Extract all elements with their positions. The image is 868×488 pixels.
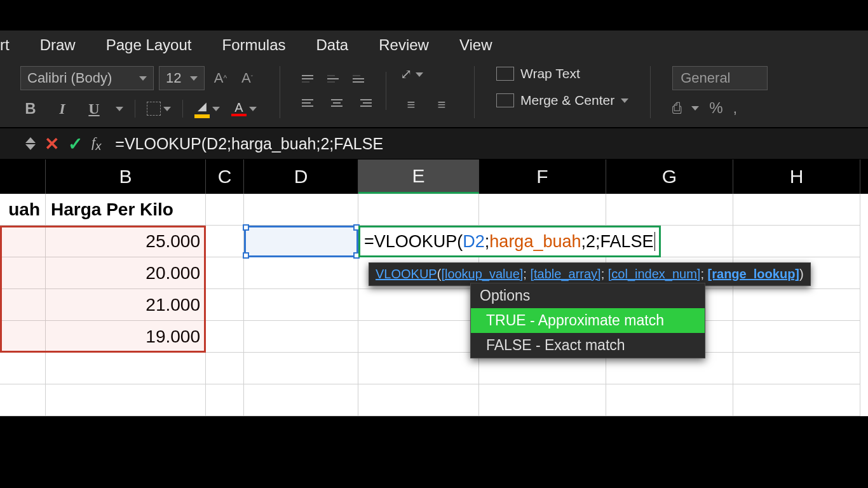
ribbon-tab-partial[interactable]: rt <box>0 36 25 54</box>
cell-d4[interactable] <box>244 289 358 321</box>
cell-h4[interactable] <box>733 289 860 321</box>
column-header-h[interactable]: H <box>733 159 860 194</box>
cell-c5[interactable] <box>206 321 244 353</box>
cell-b7[interactable] <box>46 384 206 416</box>
wrap-text-button[interactable]: Wrap Text <box>496 66 628 81</box>
align-left-button[interactable] <box>302 93 321 112</box>
selection-handle[interactable] <box>243 224 249 231</box>
selection-handle[interactable] <box>243 252 249 259</box>
column-header-b[interactable]: B <box>46 159 206 194</box>
fill-color-button[interactable]: ◢ <box>194 99 220 118</box>
cell-d1[interactable] <box>244 194 358 226</box>
formula-token: =VLOOKUP( <box>364 232 463 252</box>
tooltip-arg-link[interactable]: [lookup_value] <box>441 267 523 281</box>
tooltip-arg-link-active[interactable]: [range_lookup] <box>708 267 799 281</box>
column-header-e[interactable]: E <box>358 159 479 194</box>
orientation-button[interactable]: ⤢ <box>400 66 452 83</box>
column-header-f[interactable]: F <box>479 159 606 194</box>
cell-g7[interactable] <box>606 384 733 416</box>
align-bottom-button[interactable] <box>353 69 372 88</box>
ribbon-tab-page-layout[interactable]: Page Layout <box>91 36 207 54</box>
ribbon-tab-view[interactable]: View <box>444 36 508 54</box>
ribbon-tab-review[interactable]: Review <box>363 36 444 54</box>
align-center-button[interactable] <box>327 93 346 112</box>
font-family-select[interactable]: Calibri (Body) <box>20 66 154 90</box>
comma-button[interactable]: , <box>733 99 738 117</box>
cell-c3[interactable] <box>206 257 244 289</box>
cell-h5[interactable] <box>733 321 860 353</box>
cell-a2[interactable] <box>0 226 46 257</box>
font-size-select[interactable]: 12 <box>159 66 205 90</box>
cell-a1[interactable]: uah <box>0 194 46 226</box>
cell-h7[interactable] <box>733 384 860 416</box>
cell-e4[interactable] <box>358 289 479 321</box>
cell-h2[interactable] <box>733 226 860 257</box>
number-format-value: General <box>681 70 730 86</box>
cell-g1[interactable] <box>606 194 733 226</box>
cell-b1[interactable]: Harga Per Kilo <box>46 194 206 226</box>
number-format-select[interactable]: General <box>672 66 768 90</box>
font-color-button[interactable]: A <box>231 101 257 116</box>
ribbon-tab-formulas[interactable]: Formulas <box>207 36 301 54</box>
formula-input[interactable]: =VLOOKUP(D2;harga_buah;2;FALSE <box>115 135 383 153</box>
cell-c2[interactable] <box>206 226 244 257</box>
increase-font-button[interactable]: A^ <box>210 67 231 89</box>
cell-c4[interactable] <box>206 289 244 321</box>
cell-a5[interactable] <box>0 321 46 353</box>
cell-f1[interactable] <box>479 194 606 226</box>
merge-center-button[interactable]: Merge & Center <box>496 93 628 108</box>
ribbon-tab-data[interactable]: Data <box>301 36 364 54</box>
cell-a4[interactable] <box>0 289 46 321</box>
cell-f7[interactable] <box>479 384 606 416</box>
increase-indent-button[interactable]: ≡ <box>431 94 452 116</box>
tooltip-fn-link[interactable]: VLOOKUP <box>376 267 437 281</box>
cell-h6[interactable] <box>733 353 860 384</box>
currency-button[interactable]: ⎙ <box>672 99 681 117</box>
tooltip-arg-link[interactable]: [col_index_num] <box>608 267 701 281</box>
cell-c7[interactable] <box>206 384 244 416</box>
cell-e6[interactable] <box>358 353 479 384</box>
spreadsheet-grid[interactable]: uah Harga Per Kilo 25.000 20.000 21.000 <box>0 194 868 416</box>
option-true[interactable]: TRUE - Approximate match <box>471 308 705 333</box>
underline-button[interactable]: U <box>84 100 104 118</box>
cell-e7[interactable] <box>358 384 479 416</box>
cancel-formula-button[interactable]: ✕ <box>44 133 59 154</box>
fx-icon[interactable]: fx <box>92 134 101 153</box>
cell-d3[interactable] <box>244 257 358 289</box>
option-false[interactable]: FALSE - Exact match <box>471 333 705 358</box>
column-header-a-partial[interactable] <box>0 159 46 194</box>
align-middle-button[interactable] <box>327 69 346 88</box>
cell-a3[interactable] <box>0 257 46 289</box>
align-top-button[interactable] <box>302 69 321 88</box>
bold-button[interactable]: B <box>20 100 41 118</box>
tooltip-arg-link[interactable]: [table_array] <box>530 267 600 281</box>
italic-button[interactable]: I <box>52 100 72 118</box>
ribbon-tab-draw[interactable]: Draw <box>25 36 91 54</box>
active-cell-editor[interactable]: =VLOOKUP(D2;harga_buah;2;FALSE <box>358 226 661 257</box>
decrease-indent-button[interactable]: ≡ <box>400 94 422 116</box>
cell-e1[interactable] <box>358 194 479 226</box>
cell-b2[interactable]: 25.000 <box>46 226 206 257</box>
cell-h1[interactable] <box>733 194 860 226</box>
column-header-d[interactable]: D <box>244 159 358 194</box>
cell-b6[interactable] <box>46 353 206 384</box>
cell-d6[interactable] <box>244 353 358 384</box>
column-header-c[interactable]: C <box>206 159 244 194</box>
cell-b5[interactable]: 19.000 <box>46 321 206 353</box>
name-box-spinner[interactable] <box>25 137 36 150</box>
cell-e5[interactable] <box>358 321 479 353</box>
cell-a6[interactable] <box>0 353 46 384</box>
cell-a7[interactable] <box>0 384 46 416</box>
decrease-font-button[interactable]: Aˇ <box>236 67 258 89</box>
confirm-formula-button[interactable]: ✓ <box>68 133 83 154</box>
percent-button[interactable]: % <box>709 99 722 117</box>
align-right-button[interactable] <box>353 93 372 112</box>
cell-b4[interactable]: 21.000 <box>46 289 206 321</box>
cell-d5[interactable] <box>244 321 358 353</box>
cell-c6[interactable] <box>206 353 244 384</box>
cell-d7[interactable] <box>244 384 358 416</box>
cell-c1[interactable] <box>206 194 244 226</box>
column-header-g[interactable]: G <box>606 159 733 194</box>
cell-b3[interactable]: 20.000 <box>46 257 206 289</box>
borders-button[interactable] <box>147 102 171 116</box>
